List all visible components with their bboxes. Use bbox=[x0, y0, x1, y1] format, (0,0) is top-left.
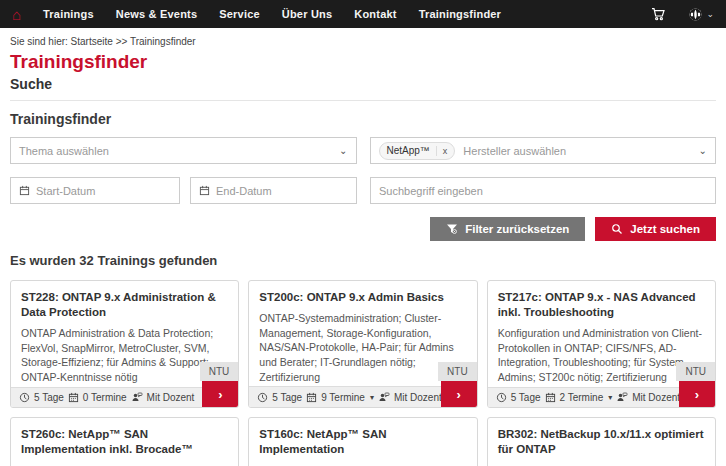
reset-filter-label: Filter zurücksetzen bbox=[465, 223, 569, 235]
clock-icon bbox=[19, 392, 30, 403]
duration-label: 5 Tage bbox=[272, 392, 302, 403]
calendar-icon bbox=[19, 185, 30, 196]
calendar-icon bbox=[306, 392, 317, 403]
card-description: ONTAP Administration & Data Protection; … bbox=[21, 326, 228, 385]
calendar-icon bbox=[199, 185, 210, 196]
instructor-icon bbox=[378, 391, 390, 403]
page-subtitle: Suche bbox=[10, 76, 716, 92]
card-detail-arrow-button[interactable]: › bbox=[202, 381, 238, 407]
nav-item-service[interactable]: Service bbox=[219, 8, 260, 20]
search-button-label: Jetzt suchen bbox=[630, 223, 700, 235]
page-title: Trainingsfinder bbox=[10, 51, 716, 73]
clock-icon bbox=[257, 392, 268, 403]
card-title: ST260c: NetApp™ SAN Implementation inkl.… bbox=[21, 427, 228, 457]
results-grid: ST228: ONTAP 9.x Administration & Data P… bbox=[10, 280, 716, 466]
card-description: Konfiguration und Administration von Cli… bbox=[498, 326, 705, 385]
cart-icon[interactable] bbox=[650, 6, 666, 22]
vendor-tag-label: NetApp™ bbox=[387, 145, 430, 156]
remove-tag-icon[interactable]: x bbox=[436, 146, 448, 156]
clock-icon bbox=[496, 392, 507, 403]
card-title: ST228: ONTAP 9.x Administration & Data P… bbox=[21, 290, 228, 320]
dates-meta[interactable]: 2 Termine ▾ bbox=[545, 392, 613, 403]
duration-meta: 5 Tage bbox=[496, 392, 541, 403]
dates-label: 2 Termine bbox=[560, 392, 604, 403]
instructor-icon bbox=[616, 391, 628, 403]
end-date-field[interactable] bbox=[190, 177, 357, 204]
search-form-heading: Trainingsfinder bbox=[10, 111, 716, 127]
card-title: ST160c: NetApp™ SAN Implementation bbox=[259, 427, 466, 457]
ntu-badge: NTU bbox=[676, 362, 715, 381]
training-card[interactable]: BR302: NetBackup 10.x/11.x optimiert für… bbox=[487, 417, 716, 466]
filter-reset-icon bbox=[446, 223, 458, 235]
card-title: ST200c: ONTAP 9.x Admin Basics bbox=[259, 290, 466, 305]
reset-filter-button[interactable]: Filter zurücksetzen bbox=[430, 217, 585, 241]
duration-label: 5 Tage bbox=[34, 392, 64, 403]
training-card[interactable]: ST260c: NetApp™ SAN Implementation inkl.… bbox=[10, 417, 239, 466]
nav-item-trainingsfinder[interactable]: Trainingsfinder bbox=[419, 8, 501, 20]
nav-item-trainings[interactable]: Trainings bbox=[43, 8, 94, 20]
card-title: BR302: NetBackup 10.x/11.x optimiert für… bbox=[498, 427, 705, 457]
search-icon bbox=[611, 223, 623, 235]
breadcrumb-prefix: Sie sind hier: bbox=[10, 36, 68, 47]
training-card[interactable]: ST200c: ONTAP 9.x Admin Basics ONTAP-Sys… bbox=[248, 280, 477, 408]
training-card[interactable]: ST228: ONTAP 9.x Administration & Data P… bbox=[10, 280, 239, 408]
card-description: ONTAP-Systemadministration; Cluster-Mana… bbox=[259, 311, 466, 384]
breadcrumb: Sie sind hier: Startseite >> Trainingsfi… bbox=[10, 36, 716, 47]
nav-item-news-events[interactable]: News & Events bbox=[116, 8, 197, 20]
ntu-badge: NTU bbox=[438, 362, 477, 381]
vendor-select-placeholder: Hersteller auswählen bbox=[463, 145, 566, 157]
topbar: ⌂ Trainings News & Events Service Über U… bbox=[0, 0, 726, 28]
chevron-down-icon: ▾ bbox=[608, 393, 612, 402]
vendor-select[interactable]: NetApp™ x Hersteller auswählen ⌄ bbox=[370, 137, 717, 164]
breadcrumb-separator: >> bbox=[116, 36, 128, 47]
card-body: ST260c: NetApp™ SAN Implementation inkl.… bbox=[11, 418, 238, 466]
calendar-icon bbox=[68, 392, 79, 403]
dates-meta[interactable]: 0 Termine bbox=[68, 392, 127, 403]
card-detail-arrow-button[interactable]: › bbox=[679, 381, 715, 407]
ntu-badge: NTU bbox=[200, 362, 239, 381]
topic-select[interactable]: Thema auswählen ⌄ bbox=[10, 137, 357, 164]
mode-label: Mit Dozent bbox=[147, 392, 195, 403]
nav-item-kontakt[interactable]: Kontakt bbox=[354, 8, 396, 20]
topic-select-placeholder: Thema auswählen bbox=[19, 145, 109, 157]
mode-meta: Mit Dozent bbox=[378, 391, 442, 403]
results-count: Es wurden 32 Trainings gefunden bbox=[10, 253, 716, 268]
mode-meta: Mit Dozent bbox=[616, 391, 680, 403]
card-body: ST160c: NetApp™ SAN Implementation SAN-I… bbox=[249, 418, 476, 466]
dates-label: 0 Termine bbox=[83, 392, 127, 403]
calendar-icon bbox=[545, 392, 556, 403]
divider bbox=[10, 100, 716, 101]
training-card[interactable]: ST160c: NetApp™ SAN Implementation SAN-I… bbox=[248, 417, 477, 466]
vendor-tag-netapp: NetApp™ x bbox=[379, 142, 456, 160]
duration-meta: 5 Tage bbox=[257, 392, 302, 403]
chevron-down-icon: ⌄ bbox=[699, 145, 707, 156]
start-date-input[interactable] bbox=[36, 185, 171, 197]
mode-label: Mit Dozent bbox=[394, 392, 442, 403]
card-detail-arrow-button[interactable]: › bbox=[441, 381, 477, 407]
card-title: ST217c: ONTAP 9.x - NAS Advanced inkl. T… bbox=[498, 290, 705, 320]
nav-item-ueber-uns[interactable]: Über Uns bbox=[282, 8, 333, 20]
card-body: BR302: NetBackup 10.x/11.x optimiert für… bbox=[488, 418, 715, 466]
start-date-field[interactable] bbox=[10, 177, 180, 204]
mode-meta: Mit Dozent bbox=[131, 391, 195, 403]
duration-label: 5 Tage bbox=[511, 392, 541, 403]
keyword-field[interactable] bbox=[370, 177, 716, 204]
breadcrumb-current: Trainingsfinder bbox=[130, 36, 196, 47]
breadcrumb-home-link[interactable]: Startseite bbox=[71, 36, 113, 47]
dates-label: 9 Termine bbox=[321, 392, 365, 403]
home-icon[interactable]: ⌂ bbox=[12, 7, 21, 22]
duration-meta: 5 Tage bbox=[19, 392, 64, 403]
instructor-icon bbox=[131, 391, 143, 403]
language-selector[interactable]: ⌄ bbox=[688, 7, 714, 22]
end-date-input[interactable] bbox=[216, 185, 348, 197]
dates-meta[interactable]: 9 Termine ▾ bbox=[306, 392, 374, 403]
chevron-down-icon: ⌄ bbox=[339, 145, 347, 156]
globe-icon bbox=[688, 7, 703, 22]
training-card[interactable]: ST217c: ONTAP 9.x - NAS Advanced inkl. T… bbox=[487, 280, 716, 408]
search-button[interactable]: Jetzt suchen bbox=[595, 217, 716, 241]
mode-label: Mit Dozent bbox=[632, 392, 680, 403]
chevron-down-icon: ⌄ bbox=[706, 9, 714, 19]
chevron-down-icon: ▾ bbox=[370, 393, 374, 402]
keyword-input[interactable] bbox=[379, 185, 707, 197]
